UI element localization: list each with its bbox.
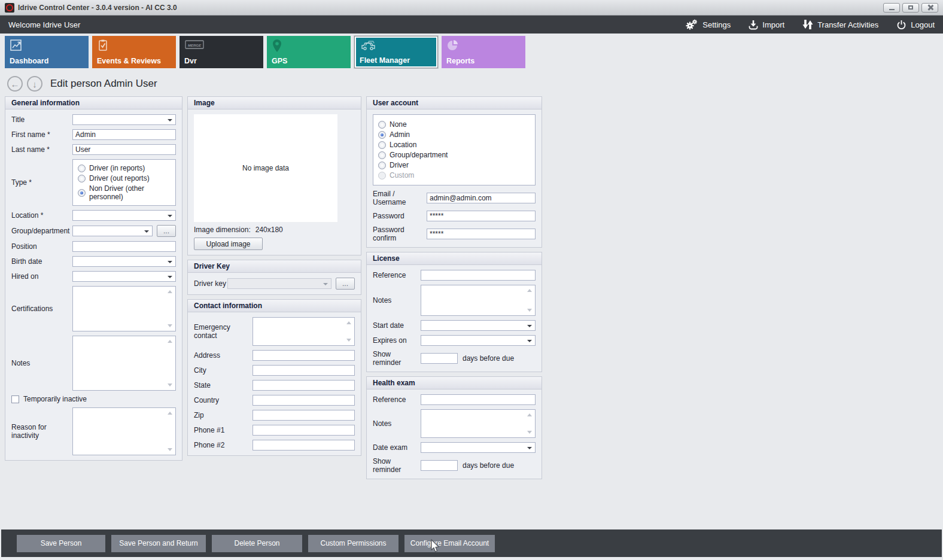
role-option-admin[interactable]: Admin	[378, 130, 530, 139]
image-panel: Image No image data Image dimension: 240…	[187, 96, 361, 255]
password-confirm-input[interactable]	[427, 229, 536, 239]
tab-dashboard[interactable]: Dashboard	[5, 36, 89, 68]
general-information-panel: General information Title First name * L…	[5, 96, 182, 461]
tab-events-reviews[interactable]: Events & Reviews	[92, 36, 176, 68]
svg-text:MERGE: MERGE	[188, 44, 202, 47]
start-date-dropdown[interactable]	[421, 320, 536, 331]
role-option-none[interactable]: None	[378, 120, 530, 129]
phone2-input[interactable]	[253, 440, 355, 451]
clipboard-check-icon	[97, 45, 109, 54]
contact-information-panel: Contact information Emergency contact Ad…	[187, 299, 361, 456]
minimize-button[interactable]	[883, 3, 900, 13]
column-image-contact: Image No image data Image dimension: 240…	[187, 96, 361, 456]
transfer-activities-button[interactable]: Transfer Activities	[802, 19, 878, 30]
hired-on-dropdown[interactable]	[72, 271, 176, 282]
temporarily-inactive-row[interactable]: Temporarily inactive	[11, 395, 176, 403]
role-option-driver[interactable]: Driver	[378, 161, 530, 169]
expires-on-dropdown[interactable]	[421, 335, 536, 346]
tab-reports[interactable]: Reports	[442, 36, 525, 68]
city-label: City	[194, 366, 253, 375]
zip-label: Zip	[194, 411, 253, 419]
upload-image-button[interactable]: Upload image	[194, 238, 263, 250]
address-input[interactable]	[253, 350, 355, 361]
map-pin-icon	[272, 47, 282, 55]
type-option-driver-out-reports[interactable]: Driver (out reports)	[78, 174, 171, 182]
country-input[interactable]	[253, 395, 355, 406]
health-exam-panel: Health exam Reference Notes Date exam Sh…	[366, 376, 542, 479]
tab-fleet-manager[interactable]: Fleet Manager	[354, 36, 438, 68]
import-label: Import	[762, 20, 784, 29]
type-option-non-driver[interactable]: Non Driver (other personnel)	[78, 184, 171, 201]
emergency-contact-label: Emergency contact	[194, 323, 253, 340]
type-option-driver-in-reports[interactable]: Driver (in reports)	[78, 164, 171, 172]
email-username-input[interactable]	[427, 193, 536, 203]
state-input[interactable]	[253, 380, 355, 391]
date-exam-label: Date exam	[373, 443, 421, 452]
health-reminder-input[interactable]	[421, 460, 458, 471]
temporarily-inactive-checkbox[interactable]	[11, 395, 19, 403]
arrow-down-icon: ↓	[32, 80, 37, 89]
scroll-down-button[interactable]: ↓	[27, 76, 42, 92]
health-reference-input[interactable]	[421, 394, 536, 405]
group-department-label: Group/department	[11, 227, 72, 235]
maximize-button[interactable]	[902, 3, 919, 13]
title-dropdown[interactable]	[72, 114, 176, 125]
driver-key-dropdown[interactable]	[227, 278, 331, 289]
top-menubar: Welcome Idrive User Settings Import Tran…	[0, 16, 943, 34]
page-title: Edit person Admin User	[50, 78, 157, 90]
custom-permissions-button[interactable]: Custom Permissions	[308, 535, 399, 552]
settings-button[interactable]: Settings	[685, 19, 731, 30]
birth-date-dropdown[interactable]	[72, 256, 176, 267]
radio-icon	[78, 175, 86, 182]
phone1-input[interactable]	[253, 425, 355, 436]
tab-gps[interactable]: GPS	[267, 36, 351, 68]
download-icon	[749, 20, 758, 30]
notes-textarea[interactable]	[72, 336, 176, 391]
location-label: Location *	[11, 211, 72, 220]
role-option-label: Location	[390, 141, 416, 149]
back-button[interactable]: ←	[7, 76, 23, 92]
save-person-return-button[interactable]: Save Person and Return	[111, 535, 206, 552]
last-name-input[interactable]	[72, 144, 176, 155]
driver-key-browse-button[interactable]: ...	[336, 278, 355, 290]
role-option-label: Driver	[390, 161, 409, 169]
zip-input[interactable]	[253, 410, 355, 421]
last-name-label: Last name *	[11, 145, 72, 154]
license-notes-textarea[interactable]	[421, 285, 536, 316]
license-reference-input[interactable]	[421, 270, 536, 281]
license-reminder-input[interactable]	[421, 353, 458, 364]
certifications-textarea[interactable]	[72, 286, 176, 331]
emergency-contact-textarea[interactable]	[253, 317, 355, 346]
contact-information-header: Contact information	[188, 300, 361, 312]
driver-key-header: Driver Key	[188, 260, 361, 273]
temporarily-inactive-label: Temporarily inactive	[23, 395, 87, 403]
date-exam-dropdown[interactable]	[421, 442, 536, 453]
group-department-browse-button[interactable]: ...	[157, 225, 176, 237]
location-dropdown[interactable]	[72, 210, 176, 221]
no-image-text: No image data	[242, 164, 289, 172]
type-option-label: Driver (in reports)	[89, 164, 145, 172]
city-input[interactable]	[253, 365, 355, 376]
role-option-group-department[interactable]: Group/department	[378, 151, 530, 159]
close-button[interactable]	[921, 3, 938, 13]
page-header: ← ↓ Edit person Admin User	[0, 71, 943, 96]
save-person-button[interactable]: Save Person	[17, 535, 105, 552]
first-name-input[interactable]	[72, 129, 176, 140]
country-label: Country	[194, 396, 253, 404]
configure-email-account-button[interactable]: Configure Email Account	[404, 535, 495, 552]
expires-on-label: Expires on	[373, 336, 421, 345]
position-input[interactable]	[72, 241, 176, 252]
reason-inactivity-textarea[interactable]	[72, 407, 176, 455]
delete-person-button[interactable]: Delete Person	[212, 535, 302, 552]
role-option-location[interactable]: Location	[378, 141, 530, 149]
import-button[interactable]: Import	[749, 20, 784, 30]
group-department-dropdown[interactable]	[72, 226, 153, 236]
password-input[interactable]	[427, 211, 536, 221]
type-option-label: Driver (out reports)	[89, 174, 150, 182]
logout-button[interactable]: Logout	[896, 20, 935, 30]
health-notes-textarea[interactable]	[421, 409, 536, 438]
radio-icon	[378, 121, 386, 129]
tab-dvr[interactable]: MERGE Dvr	[180, 36, 263, 68]
module-nav: Dashboard Events & Reviews MERGE Dvr GPS…	[0, 34, 943, 71]
gear-icon	[685, 19, 698, 30]
